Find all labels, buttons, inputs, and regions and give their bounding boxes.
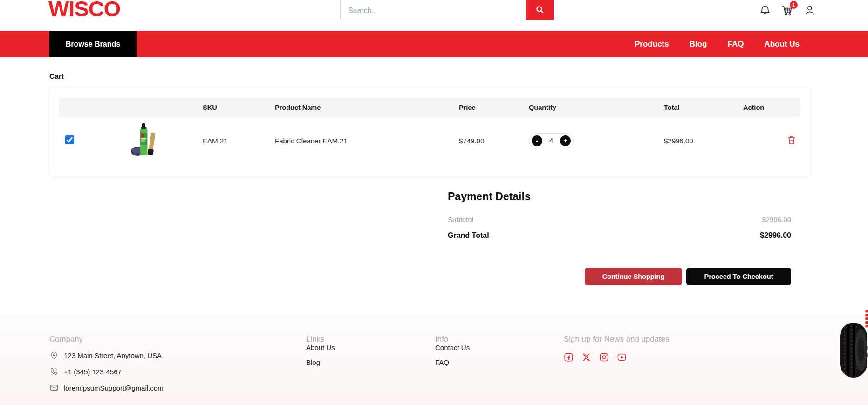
footer-info-column: Info Contact Us FAQ — [435, 335, 564, 405]
quantity-increase-button[interactable]: + — [560, 135, 571, 146]
footer-info-title: Info — [435, 335, 564, 344]
search-bar — [340, 0, 554, 20]
col-total: Total — [660, 104, 739, 111]
subtotal-label: Subtotal — [448, 216, 473, 223]
col-price: Price — [455, 104, 525, 111]
cart-card: SKU Product Name Price Quantity Total Ac… — [49, 88, 810, 176]
footer-email[interactable]: loremipsumSupport@gmail.com — [49, 383, 306, 392]
footer-links-title: Links — [306, 335, 435, 344]
nav-link-faq[interactable]: FAQ — [728, 40, 744, 49]
nav-link-products[interactable]: Products — [635, 40, 669, 49]
site-logo[interactable]: WISCO — [48, 0, 120, 21]
browse-brands-button[interactable]: Browse Brands — [49, 31, 137, 57]
nav-link-about-us[interactable]: About Us — [764, 40, 800, 49]
search-button[interactable] — [526, 0, 554, 20]
grand-total-value: $2996.00 — [760, 231, 791, 240]
tire-product-image — [839, 310, 868, 379]
youtube-icon[interactable] — [617, 352, 627, 362]
footer-email-text: loremipsumSupport@gmail.com — [64, 384, 164, 392]
footer-link-about-us[interactable]: About Us — [306, 344, 435, 351]
nav-link-blog[interactable]: Blog — [690, 40, 707, 49]
footer-phone[interactable]: +1 (345) 123-4567 — [49, 367, 306, 376]
cart-count-badge: 1 — [790, 1, 798, 9]
email-icon — [49, 383, 59, 392]
location-pin-icon — [49, 351, 59, 360]
footer-phone-text: +1 (345) 123-4567 — [64, 368, 122, 376]
footer-address: 123 Main Street, Anytown, USA — [49, 351, 306, 360]
footer-links-column: Links About Us Blog — [306, 335, 435, 405]
search-input[interactable] — [340, 0, 526, 20]
footer-company-title: Company — [49, 335, 306, 344]
quantity-value: 4 — [549, 137, 554, 144]
delete-item-button[interactable] — [786, 135, 797, 146]
grand-total-row: Grand Total $2996.00 — [448, 231, 791, 240]
item-price: $749.00 — [455, 137, 525, 145]
search-icon — [535, 5, 545, 15]
continue-shopping-button[interactable]: Continue Shopping — [585, 268, 682, 285]
footer-newsletter-column: Sign up for News and updates — [564, 335, 868, 405]
newsletter-title: Sign up for News and updates — [564, 335, 868, 344]
footer: Company 123 Main Street, Anytown, USA — [0, 315, 868, 405]
cart-row: EAM.21 Fabric Cleaner EAM.21 $749.00 - 4… — [59, 117, 800, 167]
footer-link-blog[interactable]: Blog — [306, 358, 435, 366]
page-title: Cart — [49, 72, 868, 81]
x-twitter-icon[interactable] — [581, 352, 591, 362]
cart-table-header: SKU Product Name Price Quantity Total Ac… — [59, 98, 800, 117]
facebook-icon[interactable] — [564, 352, 574, 362]
user-account-icon[interactable] — [804, 4, 816, 16]
item-name: Fabric Cleaner EAM.21 — [271, 137, 455, 145]
trash-icon — [786, 135, 797, 146]
notification-bell-icon[interactable] — [759, 4, 771, 16]
subtotal-value: $2996.00 — [762, 216, 791, 223]
col-product-name: Product Name — [271, 104, 455, 111]
payment-title: Payment Details — [448, 190, 791, 203]
col-quantity: Quantity — [525, 104, 660, 111]
item-sku: EAM.21 — [198, 137, 271, 145]
quantity-decrease-button[interactable]: - — [532, 135, 542, 146]
grand-total-label: Grand Total — [448, 231, 489, 240]
main-nav: Browse Brands Products Blog FAQ About Us — [0, 31, 868, 57]
header: WISCO — [0, 0, 868, 31]
social-icons — [564, 352, 868, 362]
nav-links: Products Blog FAQ About Us — [635, 40, 800, 49]
product-thumbnail — [87, 122, 198, 159]
phone-icon — [49, 367, 59, 376]
col-action: Action — [739, 104, 800, 111]
instagram-icon[interactable] — [599, 352, 609, 362]
footer-address-text: 123 Main Street, Anytown, USA — [64, 351, 162, 359]
subtotal-row: Subtotal $2996.00 — [448, 216, 791, 223]
cart-icon[interactable]: 1 — [781, 4, 793, 16]
footer-link-faq[interactable]: FAQ — [435, 358, 564, 366]
proceed-to-checkout-button[interactable]: Proceed To Checkout — [686, 268, 791, 285]
item-total: $2996.00 — [660, 137, 739, 145]
page: WISCO — [0, 0, 868, 405]
footer-company-column: Company 123 Main Street, Anytown, USA — [49, 335, 306, 405]
header-icons: 1 — [759, 0, 816, 20]
col-sku: SKU — [198, 104, 271, 111]
item-checkbox[interactable] — [65, 135, 74, 144]
quantity-stepper: - 4 + — [529, 133, 574, 148]
footer-link-contact-us[interactable]: Contact Us — [435, 344, 564, 351]
payment-details: Payment Details Subtotal $2996.00 Grand … — [448, 190, 791, 285]
